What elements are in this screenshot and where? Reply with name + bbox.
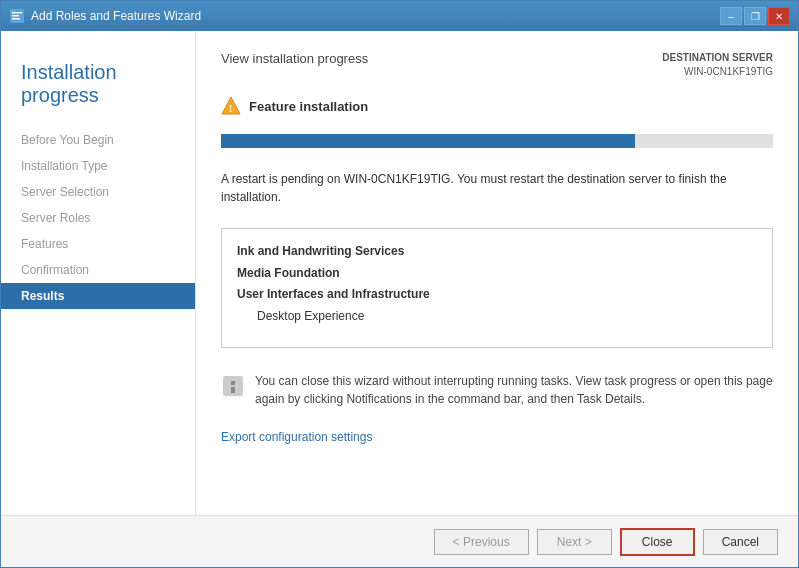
destination-server-label: DESTINATION SERVER (662, 51, 773, 65)
sidebar-item-before-you-begin: Before You Begin (1, 127, 195, 153)
cancel-button[interactable]: Cancel (703, 529, 778, 555)
footer: < Previous Next > Close Cancel (1, 515, 798, 567)
restore-button[interactable]: ❐ (744, 7, 766, 25)
sidebar-nav: Before You Begin Installation Type Serve… (1, 127, 195, 309)
destination-server-value: WIN-0CN1KF19TIG (662, 65, 773, 79)
result-item-3: Desktop Experience (237, 306, 757, 328)
section-title: View installation progress (221, 51, 368, 66)
sidebar: Installation progress Before You Begin I… (1, 31, 196, 515)
result-item-0: Ink and Handwriting Services (237, 241, 757, 263)
result-item-1: Media Foundation (237, 263, 757, 285)
previous-button[interactable]: < Previous (434, 529, 529, 555)
close-button[interactable]: Close (620, 528, 695, 556)
window-close-button[interactable]: ✕ (768, 7, 790, 25)
export-link[interactable]: Export configuration settings (221, 430, 773, 444)
wizard-window: Add Roles and Features Wizard – ❐ ✕ Inst… (0, 0, 799, 568)
right-panel: View installation progress DESTINATION S… (196, 31, 798, 515)
minimize-button[interactable]: – (720, 7, 742, 25)
title-bar-controls: – ❐ ✕ (720, 7, 790, 25)
wizard-icon (9, 8, 25, 24)
svg-rect-3 (12, 18, 20, 20)
sidebar-item-installation-type: Installation Type (1, 153, 195, 179)
warning-icon: ! (221, 96, 241, 116)
info-text: You can close this wizard without interr… (255, 372, 773, 408)
feature-install-row: ! Feature installation (221, 96, 773, 116)
svg-rect-8 (231, 387, 235, 393)
sidebar-item-server-selection: Server Selection (1, 179, 195, 205)
info-row: You can close this wizard without interr… (221, 372, 773, 408)
result-item-2: User Interfaces and Infrastructure (237, 284, 757, 306)
svg-rect-7 (231, 381, 235, 385)
sidebar-item-results: Results (1, 283, 195, 309)
sidebar-item-confirmation: Confirmation (1, 257, 195, 283)
main-content: Installation progress Before You Begin I… (1, 31, 798, 567)
results-box: Ink and Handwriting Services Media Found… (221, 228, 773, 348)
window-title: Add Roles and Features Wizard (31, 9, 201, 23)
warning-message: A restart is pending on WIN-0CN1KF19TIG.… (221, 170, 773, 206)
sidebar-item-features: Features (1, 231, 195, 257)
content-body: Installation progress Before You Begin I… (1, 31, 798, 515)
title-bar-left: Add Roles and Features Wizard (9, 8, 201, 24)
next-button[interactable]: Next > (537, 529, 612, 555)
page-heading: Installation progress (1, 51, 195, 127)
progress-bar-container (221, 134, 773, 148)
progress-bar-fill (221, 134, 635, 148)
title-bar: Add Roles and Features Wizard – ❐ ✕ (1, 1, 798, 31)
destination-server-info: DESTINATION SERVER WIN-0CN1KF19TIG (662, 51, 773, 79)
feature-install-label: Feature installation (249, 99, 368, 114)
svg-rect-1 (12, 12, 22, 14)
svg-rect-2 (12, 15, 19, 17)
svg-text:!: ! (229, 102, 233, 114)
sidebar-item-server-roles: Server Roles (1, 205, 195, 231)
info-icon (221, 374, 245, 398)
